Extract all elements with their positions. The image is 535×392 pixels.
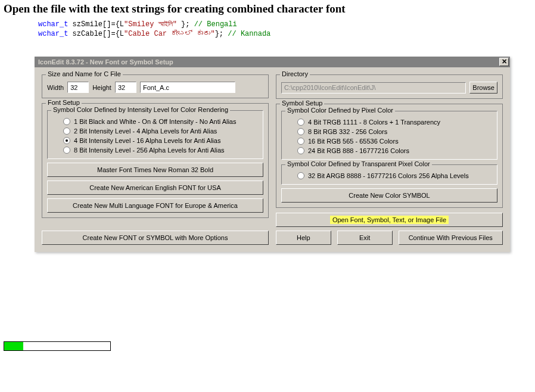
- code-comment: // Bengali: [194, 20, 237, 29]
- progress-bar: [4, 341, 111, 351]
- continue-button[interactable]: Continue With Previous Files: [399, 231, 503, 245]
- group-legend: Font Setup: [46, 99, 82, 106]
- radio-trgb4[interactable]: 4 Bit TRGB 1111 - 8 Colors + 1 Transpare…: [287, 117, 492, 127]
- subgroup-legend: Symbol Color Defined by Transparent Pixe…: [285, 160, 432, 167]
- transparent-color-subgroup: Symbol Color Defined by Transparent Pixe…: [281, 164, 497, 185]
- intensity-subgroup: Symbol Color Defined by Intensity Level …: [47, 110, 263, 159]
- directory-path: [281, 82, 466, 94]
- help-button[interactable]: Help: [276, 231, 331, 245]
- code-string: "Smiley স্মাইলি": [124, 20, 177, 29]
- radio-rgb8[interactable]: 8 Bit RGB 332 - 256 Colors: [287, 127, 492, 136]
- subgroup-legend: Symbol Color Defined by Intensity Level …: [51, 106, 230, 113]
- create-multilang-font-button[interactable]: Create New Multi Language FONT for Europ…: [47, 198, 263, 213]
- open-file-label: Open Font, Symbol, Text, or Image File: [330, 216, 449, 224]
- font-setup-group: Font Setup Symbol Color Defined by Inten…: [42, 103, 269, 218]
- progress-fill: [4, 342, 23, 350]
- width-input[interactable]: [67, 82, 89, 93]
- width-label: Width: [47, 84, 64, 91]
- dialog-window: IconEdit 8.3.72 - New Font or Symbol Set…: [35, 57, 510, 252]
- radio-rgb16[interactable]: 16 Bit RGB 565 - 65536 Colors: [287, 136, 492, 146]
- code-keyword: wchar_t: [38, 30, 68, 38]
- radio-2bit[interactable]: 2 Bit Intensity Level - 4 Alpha Levels f…: [52, 126, 258, 136]
- open-file-button[interactable]: Open Font, Symbol, Text, or Image File: [276, 213, 503, 227]
- directory-group: Directory Browse: [276, 74, 503, 99]
- radio-4bit[interactable]: 4 Bit Intensity Level - 16 Alpha Levels …: [52, 136, 258, 145]
- code-comment: // Kannada: [228, 30, 270, 38]
- radio-argb32[interactable]: 32 Bit ARGB 8888 - 16777216 Colors 256 A…: [287, 171, 492, 181]
- radio-rgb24[interactable]: 24 Bit RGB 888 - 16777216 Colors: [287, 146, 492, 155]
- close-icon[interactable]: ✕: [499, 58, 509, 66]
- size-name-group: Size and Name for C File Width Height: [42, 74, 269, 98]
- pixel-color-subgroup: Symbol Color Defined by Pixel Color 4 Bi…: [281, 111, 497, 160]
- subgroup-legend: Symbol Color Defined by Pixel Color: [285, 107, 395, 114]
- height-label: Height: [92, 84, 111, 91]
- window-title: IconEdit 8.3.72 - New Font or Symbol Set…: [38, 58, 173, 66]
- code-keyword: wchar_t: [38, 20, 68, 29]
- filename-input[interactable]: [140, 82, 235, 93]
- group-legend: Directory: [280, 70, 310, 77]
- height-input[interactable]: [115, 82, 136, 93]
- group-legend: Size and Name for C File: [46, 70, 123, 77]
- page-heading: Open the file with the text strings for …: [4, 2, 535, 15]
- create-symbol-button[interactable]: Create New Color SYMBOL: [281, 188, 497, 203]
- radio-1bit[interactable]: 1 Bit Black and White - On & Off Intensi…: [52, 117, 258, 126]
- symbol-setup-group: Symbol Setup Symbol Color Defined by Pix…: [276, 104, 503, 208]
- more-options-button[interactable]: Create New FONT or SYMBOL with More Opti…: [42, 231, 269, 245]
- code-string: "Cable Car ಕೇಬಲ್ ಕಾರು": [124, 30, 215, 38]
- group-legend: Symbol Setup: [280, 99, 324, 107]
- browse-button[interactable]: Browse: [469, 82, 497, 94]
- master-font-button[interactable]: Master Font Times New Roman 32 Bold: [47, 163, 263, 177]
- create-usa-font-button[interactable]: Create New American English FONT for USA: [47, 181, 263, 195]
- titlebar: IconEdit 8.3.72 - New Font or Symbol Set…: [35, 57, 510, 67]
- code-snippet: wchar_t szSmile[]={L"Smiley স্মাইলি" }; …: [38, 20, 535, 39]
- radio-8bit[interactable]: 8 Bit Intensity Level - 256 Alpha Levels…: [52, 145, 258, 155]
- exit-button[interactable]: Exit: [337, 231, 393, 245]
